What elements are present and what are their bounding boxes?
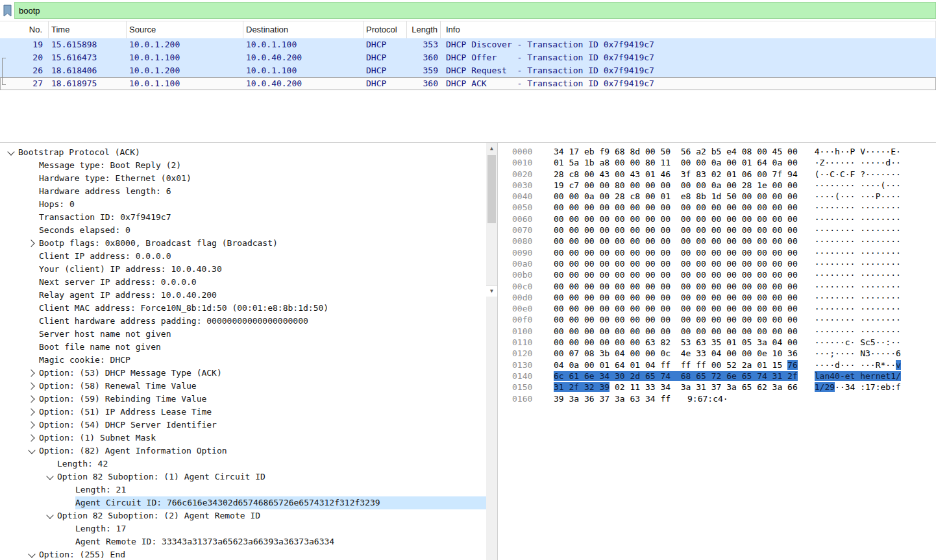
expander-open-icon[interactable] bbox=[43, 476, 57, 479]
tree-item[interactable]: Bootp flags: 0x8000, Broadcast flag (Bro… bbox=[0, 237, 486, 250]
hex-row[interactable]: 005000 00 00 00 00 00 00 00 00 00 00 00 … bbox=[512, 202, 936, 213]
hex-row[interactable]: 013004 0a 00 01 64 01 04 ff ff ff 00 52 … bbox=[512, 359, 936, 371]
column-header-no[interactable]: No. bbox=[0, 21, 49, 38]
detail-scrollbar[interactable]: ▲ ▼ bbox=[486, 143, 497, 560]
filter-bookmark-icon[interactable] bbox=[0, 5, 14, 17]
hex-row[interactable]: 007000 00 00 00 00 00 00 00 00 00 00 00 … bbox=[512, 225, 936, 236]
tree-item[interactable]: Length: 21 bbox=[0, 483, 486, 496]
hex-row[interactable]: 00a000 00 00 00 00 00 00 00 00 00 00 00 … bbox=[512, 258, 936, 269]
tree-item[interactable]: Option: (58) Renewal Time Value bbox=[0, 380, 486, 393]
hex-dump: 000034 17 eb f9 68 8d 00 50 56 a2 b5 e4 … bbox=[512, 146, 936, 404]
expander-open-icon[interactable] bbox=[25, 554, 39, 557]
tree-item[interactable]: Transaction ID: 0x7f9419c7 bbox=[0, 211, 486, 224]
tree-item-label: Option: (54) DHCP Server Identifier bbox=[39, 419, 486, 432]
expander-collapsed-icon[interactable] bbox=[25, 422, 39, 428]
packet-row[interactable]: 2718.61897510.0.1.10010.0.40.200DHCP360D… bbox=[0, 77, 936, 90]
hex-row[interactable]: 003019 c7 00 00 80 00 00 00 00 00 0a 00 … bbox=[512, 180, 936, 191]
hex-row[interactable]: 00b000 00 00 00 00 00 00 00 00 00 00 00 … bbox=[512, 269, 936, 280]
column-header-time[interactable]: Time bbox=[49, 21, 127, 38]
expander-collapsed-icon[interactable] bbox=[25, 435, 39, 441]
tree-item[interactable]: Hardware type: Ethernet (0x01) bbox=[0, 172, 486, 185]
hex-row[interactable]: 012000 07 08 3b 04 00 00 0c 4e 33 04 00 … bbox=[512, 348, 936, 359]
tree-item[interactable]: Length: 17 bbox=[0, 522, 486, 535]
hex-row[interactable]: 009000 00 00 00 00 00 00 00 00 00 00 00 … bbox=[512, 247, 936, 258]
tree-item[interactable]: Your (client) IP address: 10.0.40.30 bbox=[0, 263, 486, 276]
expander-collapsed-icon[interactable] bbox=[25, 383, 39, 389]
tree-item[interactable]: Option: (82) Agent Information Option bbox=[0, 444, 486, 457]
tree-item[interactable]: Option: (54) DHCP Server Identifier bbox=[0, 419, 486, 432]
hex-offset: 0030 bbox=[512, 180, 542, 191]
packet-cell-destination: 10.0.40.200 bbox=[243, 51, 363, 64]
column-header-info[interactable]: Info bbox=[441, 21, 936, 38]
packet-cell-time: 18.618975 bbox=[49, 77, 127, 90]
tree-item[interactable]: Option: (51) IP Address Lease Time bbox=[0, 406, 486, 419]
expander-open-icon[interactable] bbox=[4, 151, 18, 154]
hex-row[interactable]: 015031 2f 32 39 02 11 33 34 3a 31 37 3a … bbox=[512, 382, 936, 393]
tree-item[interactable]: Hops: 0 bbox=[0, 198, 486, 211]
packet-cell-protocol: DHCP bbox=[363, 64, 407, 77]
tree-item[interactable]: Server host name not given bbox=[0, 328, 486, 341]
tree-item[interactable]: Hardware address length: 6 bbox=[0, 185, 486, 198]
expander-collapsed-icon[interactable] bbox=[25, 371, 39, 376]
tree-item[interactable]: Relay agent IP address: 10.0.40.200 bbox=[0, 289, 486, 302]
hex-ascii: lan40-et hernet1/ bbox=[815, 371, 901, 382]
hex-ascii: ········ ········ bbox=[815, 303, 901, 314]
hex-row[interactable]: 002028 c8 00 43 00 43 01 46 3f 83 02 01 … bbox=[512, 169, 936, 180]
hex-row[interactable]: 00c000 00 00 00 00 00 00 00 00 00 00 00 … bbox=[512, 281, 936, 292]
hex-row[interactable]: 008000 00 00 00 00 00 00 00 00 00 00 00 … bbox=[512, 236, 936, 247]
hex-row[interactable]: 001001 5a 1b a8 00 00 80 11 00 00 0a 00 … bbox=[512, 157, 936, 168]
tree-item[interactable]: Option: (59) Rebinding Time Value bbox=[0, 393, 486, 406]
expander-open-icon[interactable] bbox=[43, 515, 57, 518]
hex-offset: 0050 bbox=[512, 202, 542, 213]
tree-item[interactable]: Client hardware address padding: 0000000… bbox=[0, 315, 486, 328]
hex-row[interactable]: 000034 17 eb f9 68 8d 00 50 56 a2 b5 e4 … bbox=[512, 146, 936, 157]
tree-item[interactable]: Option: (1) Subnet Mask bbox=[0, 432, 486, 444]
tree-item[interactable]: Magic cookie: DHCP bbox=[0, 354, 486, 367]
hex-row[interactable]: 00f000 00 00 00 00 00 00 00 00 00 00 00 … bbox=[512, 314, 936, 325]
tree-item[interactable]: Length: 42 bbox=[0, 457, 486, 470]
packet-row[interactable]: 2618.61840610.0.1.20010.0.1.100DHCP359DH… bbox=[0, 64, 936, 77]
tree-item-label: Seconds elapsed: 0 bbox=[39, 224, 486, 237]
lower-panes: Bootstrap Protocol (ACK)Message type: Bo… bbox=[0, 142, 936, 560]
hex-row[interactable]: 01406c 61 6e 34 30 2d 65 74 68 65 72 6e … bbox=[512, 371, 936, 382]
hex-row[interactable]: 00e000 00 00 00 00 00 00 00 00 00 00 00 … bbox=[512, 303, 936, 314]
tree-item[interactable]: Client IP address: 0.0.0.0 bbox=[0, 250, 486, 263]
tree-item[interactable]: Option 82 Suboption: (1) Agent Circuit I… bbox=[0, 470, 486, 483]
expander-collapsed-icon[interactable] bbox=[25, 396, 39, 402]
expander-collapsed-icon[interactable] bbox=[25, 241, 39, 246]
display-filter-input[interactable]: bootp bbox=[14, 2, 936, 19]
expander-open-icon[interactable] bbox=[25, 450, 39, 453]
expander-collapsed-icon[interactable] bbox=[25, 409, 39, 415]
column-header-source[interactable]: Source bbox=[127, 21, 243, 38]
scrollbar-thumb[interactable] bbox=[487, 155, 496, 223]
hex-row[interactable]: 00d000 00 00 00 00 00 00 00 00 00 00 00 … bbox=[512, 292, 936, 303]
tree-item[interactable]: Next server IP address: 0.0.0.0 bbox=[0, 276, 486, 289]
scroll-down-icon[interactable]: ▼ bbox=[486, 285, 497, 297]
tree-item[interactable]: Agent Circuit ID: 766c616e34302d65746865… bbox=[0, 496, 486, 509]
hex-bytes: 00 00 00 00 00 00 00 00 00 00 00 00 00 0… bbox=[554, 281, 798, 292]
hex-row[interactable]: 011000 00 00 00 00 00 63 82 53 63 35 01 … bbox=[512, 337, 936, 348]
hex-row[interactable]: 006000 00 00 00 00 00 00 00 00 00 00 00 … bbox=[512, 213, 936, 225]
tree-item[interactable]: Boot file name not given bbox=[0, 341, 486, 354]
tree-item[interactable]: Bootstrap Protocol (ACK) bbox=[0, 146, 486, 159]
hex-offset: 0150 bbox=[512, 382, 542, 393]
hex-row[interactable]: 016039 3a 36 37 3a 63 34 ff9:67:c4· bbox=[512, 393, 936, 404]
tree-item[interactable]: Agent Remote ID: 33343a31373a65623a66393… bbox=[0, 535, 486, 548]
tree-item[interactable]: Seconds elapsed: 0 bbox=[0, 224, 486, 237]
hex-row[interactable]: 010000 00 00 00 00 00 00 00 00 00 00 00 … bbox=[512, 326, 936, 337]
hex-offset: 00d0 bbox=[512, 292, 542, 303]
column-header-destination[interactable]: Destination bbox=[243, 21, 363, 38]
tree-item[interactable]: Option: (255) End bbox=[0, 548, 486, 560]
packet-cell-length: 353 bbox=[407, 38, 441, 51]
tree-item[interactable]: Option: (53) DHCP Message Type (ACK) bbox=[0, 367, 486, 380]
tree-item[interactable]: Message type: Boot Reply (2) bbox=[0, 159, 486, 172]
column-header-protocol[interactable]: Protocol bbox=[363, 21, 407, 38]
packet-row[interactable]: 1915.61589810.0.1.20010.0.1.100DHCP353DH… bbox=[0, 38, 936, 51]
packet-row[interactable]: 2015.61647310.0.1.10010.0.40.200DHCP360D… bbox=[0, 51, 936, 64]
hex-row[interactable]: 004000 00 0a 00 28 c8 00 01 e8 8b 1d 50 … bbox=[512, 191, 936, 202]
tree-item[interactable]: Client MAC address: Force10N_8b:1d:50 (0… bbox=[0, 302, 486, 315]
scroll-up-icon[interactable]: ▲ bbox=[486, 143, 497, 154]
tree-item[interactable]: Option 82 Suboption: (2) Agent Remote ID bbox=[0, 509, 486, 522]
packet-cell-protocol: DHCP bbox=[363, 51, 407, 64]
column-header-length[interactable]: Length bbox=[407, 21, 441, 38]
